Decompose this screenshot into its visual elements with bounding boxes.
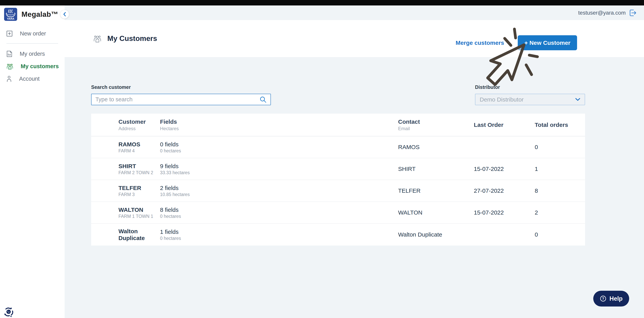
total-orders-value: 2 [535,209,585,216]
question-circle-icon: ? [600,295,606,302]
sidebar-divider [6,43,58,44]
sidebar-item-my-customers[interactable]: My customers [0,62,64,71]
table-row[interactable]: SHIRT FARM 2 TOWN 2 9 fields 33.33 hecta… [91,158,585,180]
search-input[interactable] [96,96,260,103]
last-order-value: 15-07-2022 [474,166,535,172]
contact-value: SHIRT [398,166,474,172]
sidebar-item-new-order[interactable]: New order [0,29,64,38]
sidebar-item-label: My customers [21,63,59,70]
plus-square-icon [6,31,12,37]
customer-cell: TELFER FARM 3 [118,184,160,197]
chevron-down-icon [575,98,580,101]
customer-cell: Walton Duplicate [118,228,160,241]
table-header-row: Customer Address Fields Hectares Contact… [91,114,585,136]
svg-text:YARA: YARA [7,17,14,20]
customer-name: TELFER [118,184,160,191]
col-header-contact: Contact Email [398,119,474,131]
contact-value: TELFER [398,187,474,194]
customer-address: FARM 1 TOWN 1 [118,214,160,219]
customer-cell: WALTON FARM 1 TOWN 1 [118,206,160,219]
total-orders-value: 0 [535,144,585,151]
customers-table: Customer Address Fields Hectares Contact… [91,114,585,246]
sidebar-nav: New order My orders [0,29,64,83]
svg-text:?: ? [602,297,604,301]
fields-count: 0 fields [160,141,398,148]
help-button[interactable]: ? Help [593,291,629,307]
table-row[interactable]: Walton Duplicate 1 fields 0 hectares Wal… [91,224,585,246]
search-customer-label: Search customer [91,84,131,90]
fields-count: 8 fields [160,206,398,213]
customer-address: FARM 4 [118,148,160,154]
contact-value: RAMOS [398,144,474,151]
fields-hectares: 0 hectares [160,236,398,241]
page-header: My Customers Merge customers + New Custo… [64,20,644,57]
sidebar-collapse-button[interactable] [60,10,69,18]
table-body: RAMOS FARM 4 0 fields 0 hectares RAMOS 0… [91,136,585,246]
fields-cell: 1 fields 0 hectares [160,228,398,241]
fields-hectares: 0 hectares [160,214,398,219]
total-orders-value: 0 [535,231,585,238]
fields-count: 9 fields [160,163,398,169]
merge-customers-link[interactable]: Merge customers [456,39,504,46]
yara-logo: YARA [4,8,17,21]
customer-address: FARM 2 TOWN 2 [118,170,160,175]
fields-cell: 0 fields 0 hectares [160,141,398,154]
sidebar-item-label: Account [19,76,40,82]
fields-cell: 9 fields 33.33 hectares [160,163,398,175]
sidebar-item-label: New order [20,30,46,37]
customers-group-icon [6,63,13,70]
fields-hectares: 0 hectares [160,148,398,154]
col-header-customer: Customer Address [118,119,160,131]
page-title: My Customers [107,34,157,43]
chevron-left-icon [62,12,67,17]
total-orders-value: 8 [535,187,585,194]
contact-value: WALTON [398,209,474,216]
last-order-value: 27-07-2022 [474,187,535,194]
table-row[interactable]: WALTON FARM 1 TOWN 1 8 fields 0 hectares… [91,202,585,224]
help-label: Help [610,295,622,302]
fields-cell: 8 fields 0 hectares [160,206,398,219]
search-icon[interactable] [260,96,266,103]
customer-name: Walton Duplicate [118,228,160,241]
fields-cell: 2 fields 10.85 hectares [160,184,398,197]
person-icon [6,76,12,82]
content-area: Search customer Distributor Demo Distrib… [64,57,644,318]
app-root: YARA Megalab™ New order My orders [0,0,644,318]
total-orders-value: 1 [535,166,585,172]
page-title-group: My Customers [93,20,157,57]
sidebar-item-my-orders[interactable]: My orders [0,49,64,58]
sidebar: YARA Megalab™ New order My orders [0,5,64,318]
col-header-total-orders: Total orders [535,122,585,128]
distributor-select[interactable]: Demo Distributor [475,94,585,105]
contact-value: Walton Duplicate [398,231,474,238]
table-row[interactable]: RAMOS FARM 4 0 fields 0 hectares RAMOS 0 [91,136,585,158]
col-header-fields: Fields Hectares [160,119,398,131]
sidebar-item-label: My orders [20,51,45,57]
customer-name: RAMOS [118,141,160,148]
orders-document-icon [6,51,12,57]
new-customer-button[interactable]: + New Customer [518,35,577,50]
logout-icon[interactable] [629,9,637,16]
header-actions: Merge customers + New Customer [456,35,577,50]
fields-count: 1 fields [160,228,398,235]
sync-globe-icon[interactable] [4,306,14,317]
fields-hectares: 10.85 hectares [160,192,398,197]
search-box [91,94,271,105]
brand-name: Megalab™ [22,10,58,18]
last-order-value: 15-07-2022 [474,209,535,216]
table-row[interactable]: TELFER FARM 3 2 fields 10.85 hectares TE… [91,180,585,202]
col-header-last-order: Last Order [474,122,535,128]
customer-address: FARM 3 [118,192,160,197]
customers-group-icon [93,35,102,42]
sidebar-item-account[interactable]: Account [0,74,64,83]
brand: YARA Megalab™ [4,8,58,21]
top-black-bar [0,0,644,5]
fields-hectares: 33.33 hectares [160,170,398,175]
user-email: testuser@yara.com [578,10,626,16]
customer-cell: RAMOS FARM 4 [118,141,160,154]
user-strip: testuser@yara.com [64,5,644,20]
customer-cell: SHIRT FARM 2 TOWN 2 [118,163,160,175]
customer-name: SHIRT [118,163,160,169]
fields-count: 2 fields [160,184,398,191]
distributor-value: Demo Distributor [480,96,524,103]
